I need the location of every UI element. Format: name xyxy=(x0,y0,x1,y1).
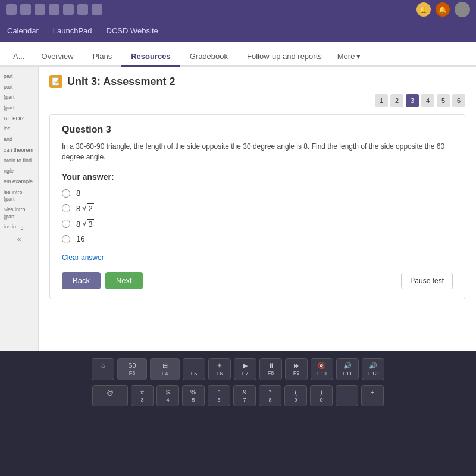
sidebar-item-10[interactable]: ngle xyxy=(2,166,36,177)
key-f10[interactable]: 🔊F11 xyxy=(336,358,359,380)
answer-label: Your answer: xyxy=(62,172,453,181)
nav-buttons: Back Next xyxy=(62,272,143,289)
key-row-fn: ☼ S0F3 ⊞F4 ⋯F5 ☀F6 ▶F7 ⏸F8 ⏭F9 🔇F10 🔊F11… xyxy=(12,358,464,380)
page-title-row: 📝 Unit 3: Assessment 2 xyxy=(49,75,465,88)
coefficient-b: 8 xyxy=(76,204,80,213)
key-f7[interactable]: ⏸F8 xyxy=(259,358,282,380)
key-plus[interactable]: + xyxy=(361,385,384,406)
key-amp[interactable]: &7 xyxy=(233,385,256,406)
os-icon-4 xyxy=(49,4,60,15)
option-text-b: 8 √2 xyxy=(76,203,94,213)
sidebar-item-7[interactable]: and xyxy=(2,134,36,145)
key-f3[interactable]: ⊞F4 xyxy=(150,358,180,380)
pagination: 1 2 3 4 5 6 xyxy=(49,94,465,107)
tab-more[interactable]: More ▾ xyxy=(331,47,367,65)
key-f8[interactable]: ⏭F9 xyxy=(285,358,308,380)
tab-overview[interactable]: Overview xyxy=(32,47,83,67)
clear-answer-link[interactable]: Clear answer xyxy=(62,253,104,262)
question-card: Question 3 In a 30-60-90 triangle, the l… xyxy=(49,114,465,299)
sidebar-item-13[interactable]: 5les intro (part xyxy=(2,205,36,222)
pause-button[interactable]: Pause test xyxy=(401,273,453,289)
answer-option-d[interactable]: 16 xyxy=(62,234,453,243)
key-f1[interactable]: ☼ xyxy=(92,358,114,380)
tab-followup[interactable]: Follow-up and reports xyxy=(237,47,331,67)
radio-c[interactable] xyxy=(62,220,70,228)
keyboard-area: ☼ S0F3 ⊞F4 ⋯F5 ☀F6 ▶F7 ⏸F8 ⏭F9 🔇F10 🔊F11… xyxy=(0,351,476,476)
os-icon-2 xyxy=(20,4,31,15)
nav-link-dcsd[interactable]: DCSD Website xyxy=(107,26,158,35)
page-btn-1[interactable]: 1 xyxy=(375,94,388,107)
sidebar-item-12[interactable]: les intro (part xyxy=(2,187,36,205)
sidebar-item-3[interactable]: (part xyxy=(2,92,36,103)
key-at[interactable]: @ xyxy=(92,385,128,406)
sidebar-item-5[interactable]: RE FOR xyxy=(2,114,36,124)
key-star[interactable]: *8 xyxy=(259,385,281,406)
user-avatar[interactable] xyxy=(455,2,470,17)
page-btn-2[interactable]: 2 xyxy=(390,94,403,107)
page-btn-5[interactable]: 5 xyxy=(437,94,450,107)
sidebar: part part (part (part RE FOR les and can… xyxy=(0,67,39,351)
page-btn-4[interactable]: 4 xyxy=(421,94,434,107)
sqrt-b: √2 xyxy=(82,203,93,213)
page-title-icon: 📝 xyxy=(49,75,62,88)
answer-option-c[interactable]: 8 √3 xyxy=(62,219,453,228)
sidebar-item-4[interactable]: (part xyxy=(2,103,36,114)
sidebar-item-2[interactable]: part xyxy=(2,82,36,93)
key-minus[interactable]: — xyxy=(336,385,358,406)
sidebar-item-6[interactable]: les xyxy=(2,124,36,134)
question-text: In a 30-60-90 triangle, the length of th… xyxy=(62,141,453,162)
sidebar-collapse-button[interactable]: « xyxy=(2,235,36,243)
key-row-numbers: @ #3 $4 %5 ^6 &7 *8 (9 )0 — + xyxy=(12,385,464,406)
radio-a[interactable] xyxy=(62,189,70,198)
key-hash[interactable]: #3 xyxy=(131,385,154,406)
os-icon-3 xyxy=(35,4,45,15)
radio-b[interactable] xyxy=(62,204,70,212)
button-row: Back Next Pause test xyxy=(62,272,453,289)
page-btn-3[interactable]: 3 xyxy=(406,94,419,107)
os-bar-icons xyxy=(6,4,102,15)
option-text-a: 8 xyxy=(76,189,80,198)
key-lparen[interactable]: (9 xyxy=(284,385,307,406)
option-text-d: 16 xyxy=(76,234,84,243)
key-dollar[interactable]: $4 xyxy=(156,385,179,406)
tab-gradebook[interactable]: Gradebook xyxy=(180,47,237,67)
next-button[interactable]: Next xyxy=(105,272,143,289)
nav-bar: Calendar LaunchPad DCSD Website xyxy=(0,19,476,42)
key-caret[interactable]: ^6 xyxy=(208,385,230,406)
notification-bell-1[interactable]: 🔔 xyxy=(416,2,431,17)
os-icon-7 xyxy=(92,4,102,15)
key-f5[interactable]: ☀F6 xyxy=(208,358,231,380)
back-button[interactable]: Back xyxy=(62,272,101,289)
key-rparen[interactable]: )0 xyxy=(310,385,333,406)
os-bar: 🔔 🔔 xyxy=(0,0,476,19)
key-f2[interactable]: S0F3 xyxy=(117,358,147,380)
os-icon-1 xyxy=(6,4,17,15)
key-f6[interactable]: ▶F7 xyxy=(234,358,256,380)
page-title: Unit 3: Assessment 2 xyxy=(67,76,175,88)
radio-d[interactable] xyxy=(62,235,70,243)
option-text-c: 8 √3 xyxy=(76,219,94,228)
answer-option-a[interactable]: 8 xyxy=(62,189,453,198)
nav-link-launchpad[interactable]: LaunchPad xyxy=(53,26,92,35)
notification-bell-2[interactable]: 🔔 xyxy=(436,2,450,17)
tab-plans[interactable]: Plans xyxy=(83,47,122,67)
nav-link-calendar[interactable]: Calendar xyxy=(7,26,39,35)
key-f4[interactable]: ⋯F5 xyxy=(183,358,205,380)
coefficient-c: 8 xyxy=(76,220,80,228)
sidebar-item-9[interactable]: orein to find xyxy=(2,156,36,167)
sidebar-item-11[interactable]: em example xyxy=(2,177,36,187)
key-f9[interactable]: 🔇F10 xyxy=(311,358,333,380)
key-f11[interactable]: 🔊F12 xyxy=(362,358,384,380)
sidebar-item-1[interactable]: part xyxy=(2,71,36,82)
chevron-down-icon: ▾ xyxy=(356,52,361,61)
sidebar-item-8[interactable]: can theorem xyxy=(2,145,36,156)
os-bar-left xyxy=(6,4,102,15)
sqrt-c: √3 xyxy=(82,219,93,228)
key-percent[interactable]: %5 xyxy=(182,385,205,406)
content-area: 📝 Unit 3: Assessment 2 1 2 3 4 5 6 Quest… xyxy=(39,67,476,351)
tab-resources[interactable]: Resources xyxy=(121,47,180,67)
page-btn-6[interactable]: 6 xyxy=(452,94,465,107)
answer-option-b[interactable]: 8 √2 xyxy=(62,203,453,213)
question-number: Question 3 xyxy=(62,124,453,135)
sidebar-item-14[interactable]: ios in right xyxy=(2,222,36,233)
